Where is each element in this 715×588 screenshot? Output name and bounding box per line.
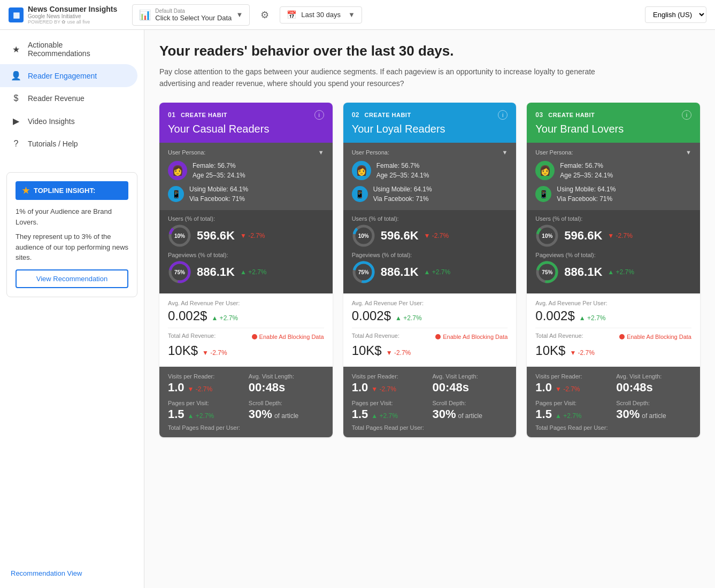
ad-blocking-warning-loyal[interactable]: Enable Ad Blocking Data bbox=[435, 334, 508, 340]
total-ad-value-brand: 10K$ bbox=[535, 343, 565, 358]
cards-grid: 01 CREATE HABIT i Your Casual Readers Us… bbox=[159, 103, 700, 437]
topline-header: ★ TOPLINE INSIGHT: bbox=[16, 181, 128, 200]
pageviews-label-loyal: Pageviews (% of total): bbox=[352, 252, 508, 258]
users-label-brand: Users (% of total): bbox=[535, 215, 691, 222]
sidebar-divider bbox=[0, 155, 144, 164]
persona-header-loyal: User Persona: ▼ bbox=[352, 149, 508, 156]
sidebar-item-actionable[interactable]: ★ Actionable Recommendations bbox=[0, 34, 137, 64]
data-main-label: Click to Select Your Data bbox=[155, 14, 232, 22]
users-donut-label-brand: 10% bbox=[542, 233, 552, 238]
card-bottom-stats-brand: Visits per Reader: 1.0 ▼ -2.7% Avg. Visi… bbox=[527, 367, 700, 437]
pageviews-donut-label-casual: 75% bbox=[174, 269, 185, 275]
topline-body-line2: They represent up to 3% of the audience … bbox=[16, 231, 128, 263]
settings-button[interactable]: ⚙ bbox=[256, 6, 273, 24]
scroll-block-casual: Scroll Depth: 30% of article bbox=[249, 400, 324, 421]
app-title: News Consumer Insights bbox=[28, 5, 117, 13]
date-range-selector[interactable]: 📅 Last 30 days ▼ bbox=[280, 6, 362, 24]
pageviews-donut-label-brand: 75% bbox=[542, 269, 552, 275]
app-sub: Google News Initiative bbox=[28, 13, 117, 19]
card-bottom-stats-casual: Visits per Reader: 1.0 ▼ -2.7% Avg. Visi… bbox=[159, 367, 333, 437]
view-recommendation-button[interactable]: View Recommendation bbox=[16, 269, 128, 288]
avg-ad-label-casual: Avg. Ad Revenue Per User: bbox=[168, 300, 324, 306]
language-selector[interactable]: English (US) bbox=[645, 6, 706, 23]
persona-caret-loyal[interactable]: ▼ bbox=[502, 149, 508, 156]
device-icon-loyal: 📱 bbox=[352, 186, 368, 202]
persona-text-loyal: Female: 56.7% Age 25–35: 24.1% bbox=[376, 161, 429, 180]
avg-visit-block-brand: Avg. Visit Length: 00:48s bbox=[616, 373, 691, 394]
card-persona-casual: User Persona: ▼ 👩 Female: 56.7% Age 25–3… bbox=[159, 143, 333, 210]
pageviews-label-brand: Pageviews (% of total): bbox=[535, 252, 691, 258]
persona-avatar-casual: 👩 bbox=[168, 161, 187, 180]
persona-device-brand: 📱 Using Mobile: 64.1% Via Facebook: 71% bbox=[535, 184, 691, 204]
sidebar-item-reader-revenue[interactable]: $ Reader Revenue bbox=[0, 87, 137, 110]
page-title: Your readers' behavior over the last 30 … bbox=[159, 43, 700, 59]
device-text-brand: Using Mobile: 64.1% Via Facebook: 71% bbox=[557, 184, 616, 204]
data-default-label: Default Data bbox=[155, 8, 232, 14]
pageviews-change-loyal: ▲ +2.7% bbox=[424, 268, 451, 276]
card-info-icon-brand[interactable]: i bbox=[682, 110, 691, 120]
users-donut-label-loyal: 10% bbox=[358, 233, 369, 238]
ad-blocking-warning-casual[interactable]: Enable Ad Blocking Data bbox=[252, 334, 324, 340]
sidebar-label-reader-engagement: Reader Engagement bbox=[28, 72, 97, 80]
app-header: ▦ News Consumer Insights Google News Ini… bbox=[0, 0, 715, 30]
star-icon: ★ bbox=[11, 44, 21, 55]
visits-block-loyal: Visits per Reader: 1.0 ▼ -2.7% bbox=[352, 373, 427, 394]
persona-row-brand: 👩 Female: 56.7% Age 25–35: 24.1% bbox=[535, 161, 691, 180]
pageviews-change-casual: ▲ +2.7% bbox=[240, 268, 267, 276]
users-change-loyal: ▼ -2.7% bbox=[424, 232, 449, 239]
avg-ad-value-loyal: 0.002$ bbox=[352, 308, 391, 323]
total-ad-row-casual: 10K$ ▼ -2.7% bbox=[168, 343, 324, 358]
sidebar-item-tutorials[interactable]: ? Tutorials / Help bbox=[0, 133, 137, 155]
bottom-stats-grid-casual: Visits per Reader: 1.0 ▼ -2.7% Avg. Visi… bbox=[168, 373, 324, 421]
users-row-casual: 10% 596.6K ▼ -2.7% bbox=[168, 224, 324, 247]
users-donut-loyal: 10% bbox=[352, 224, 375, 247]
persona-caret-casual[interactable]: ▼ bbox=[318, 149, 324, 156]
card-header-top-brand: 03 CREATE HABIT i bbox=[535, 110, 691, 120]
users-value-loyal: 596.6K bbox=[381, 229, 419, 243]
pageviews-donut-loyal: 75% bbox=[352, 260, 375, 284]
users-change-brand: ▼ -2.7% bbox=[608, 232, 633, 239]
app-layout: ★ Actionable Recommendations 👤 Reader En… bbox=[0, 30, 715, 588]
topline-body-line1: 1% of your Audience are Brand Lovers. bbox=[16, 206, 128, 227]
card-persona-brand: User Persona: ▼ 👩 Female: 56.7% Age 25–3… bbox=[527, 143, 700, 210]
device-text-loyal: Using Mobile: 64.1% Via Facebook: 71% bbox=[373, 184, 432, 204]
card-info-icon-casual[interactable]: i bbox=[314, 110, 324, 120]
ad-blocking-warning-brand[interactable]: Enable Ad Blocking Data bbox=[619, 334, 691, 340]
total-ad-row-brand: 10K$ ▼ -2.7% bbox=[535, 343, 691, 358]
visits-block-brand: Visits per Reader: 1.0 ▼ -2.7% bbox=[535, 373, 611, 394]
avg-visit-block-casual: Avg. Visit Length: 00:48s bbox=[249, 373, 324, 394]
device-text-casual: Using Mobile: 64.1% Via Facebook: 71% bbox=[189, 184, 248, 204]
persona-caret-brand[interactable]: ▼ bbox=[686, 149, 691, 156]
total-ad-label-brand: Total Ad Revenue: bbox=[535, 332, 583, 339]
persona-device-loyal: 📱 Using Mobile: 64.1% Via Facebook: 71% bbox=[352, 184, 508, 204]
device-icon-casual: 📱 bbox=[168, 186, 184, 202]
data-chart-icon: 📊 bbox=[139, 9, 151, 21]
card-info-icon-loyal[interactable]: i bbox=[498, 110, 508, 120]
sidebar-item-reader-engagement[interactable]: 👤 Reader Engagement bbox=[0, 64, 137, 87]
avg-ad-label-brand: Avg. Ad Revenue Per User: bbox=[535, 300, 691, 306]
pageviews-donut-brand: 75% bbox=[535, 260, 559, 284]
card-metrics-brand: Users (% of total): 10% 596.6K ▼ -2.7% P bbox=[527, 210, 700, 293]
warning-dot-loyal bbox=[435, 334, 441, 339]
data-selector[interactable]: 📊 Default Data Click to Select Your Data… bbox=[132, 4, 250, 26]
bottom-stats-grid-loyal: Visits per Reader: 1.0 ▼ -2.7% Avg. Visi… bbox=[352, 373, 508, 421]
card-metrics-casual: Users (% of total): 10% 596.6K ▼ -2.7% P bbox=[159, 210, 333, 293]
card-header-top-loyal: 02 CREATE HABIT i bbox=[352, 110, 508, 120]
avg-ad-value-brand: 0.002$ bbox=[535, 308, 574, 323]
logo-icon: ▦ bbox=[9, 7, 24, 22]
card-loyal-readers: 02 CREATE HABIT i Your Loyal Readers Use… bbox=[343, 103, 517, 437]
card-title-casual: Your Casual Readers bbox=[168, 123, 324, 135]
topline-star-icon: ★ bbox=[22, 185, 29, 196]
users-donut-brand: 10% bbox=[535, 224, 559, 247]
total-ad-change-casual: ▼ -2.7% bbox=[202, 349, 227, 357]
persona-header-casual: User Persona: ▼ bbox=[168, 149, 324, 156]
card-ad-revenue-casual: Avg. Ad Revenue Per User: 0.002$ ▲ +2.7%… bbox=[159, 293, 333, 367]
pageviews-value-loyal: 886.1K bbox=[381, 265, 419, 279]
sidebar-item-video-insights[interactable]: ▶ Video Insights bbox=[0, 110, 137, 133]
users-row-brand: 10% 596.6K ▼ -2.7% bbox=[535, 224, 691, 247]
persona-row-loyal: 👩 Female: 56.7% Age 25–35: 24.1% bbox=[352, 161, 508, 180]
topline-insight-card: ★ TOPLINE INSIGHT: 1% of your Audience a… bbox=[6, 172, 137, 297]
card-bottom-stats-loyal: Visits per Reader: 1.0 ▼ -2.7% Avg. Visi… bbox=[343, 367, 517, 437]
pageviews-value-casual: 886.1K bbox=[197, 265, 235, 279]
total-ad-row-loyal: 10K$ ▼ -2.7% bbox=[352, 343, 508, 358]
